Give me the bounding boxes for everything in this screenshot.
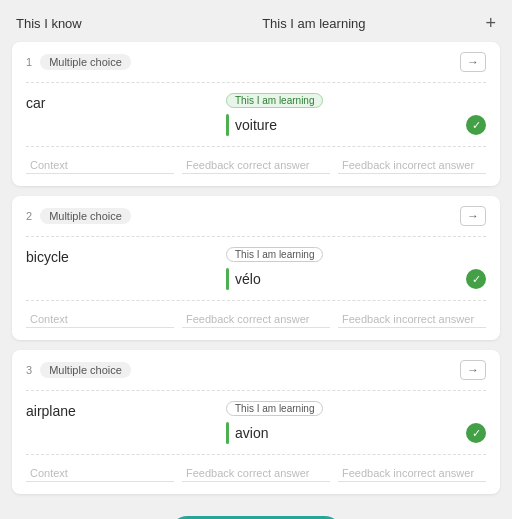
feedback-correct-input-2[interactable] [182,311,330,328]
card-number-2: 2 [26,210,32,222]
header-right: This I am learning + [262,14,496,32]
card-body-2: bicycle This I am learning vélo ✓ [26,236,486,290]
card-2: 2 Multiple choice → bicycle This I am le… [12,196,500,340]
feedback-correct-input-1[interactable] [182,157,330,174]
answer-row-2: vélo ✓ [226,268,486,290]
card-footer-1 [26,146,486,174]
card-number-1: 1 [26,56,32,68]
feedback-incorrect-input-2[interactable] [338,311,486,328]
card-type-badge-3: Multiple choice [40,362,131,378]
learning-badge-3: This I am learning [226,401,323,416]
card-header-1: 1 Multiple choice → [26,52,486,72]
card-learning-side-3: This I am learning avion ✓ [226,401,486,444]
learning-badge-1: This I am learning [226,93,323,108]
card-arrow-button-2[interactable]: → [460,206,486,226]
this-i-know-label: This I know [16,16,82,31]
card-footer-3 [26,454,486,482]
page-header: This I know This I am learning + [0,0,512,42]
answer-bar-2 [226,268,229,290]
add-column-button[interactable]: + [485,14,496,32]
check-icon-3: ✓ [466,423,486,443]
answer-row-1: voiture ✓ [226,114,486,136]
card-arrow-button-3[interactable]: → [460,360,486,380]
card-arrow-button-1[interactable]: → [460,52,486,72]
card-body-3: airplane This I am learning avion ✓ [26,390,486,444]
context-input-3[interactable] [26,465,174,482]
card-3: 3 Multiple choice → airplane This I am l… [12,350,500,494]
card-footer-2 [26,300,486,328]
card-term-2: bicycle [26,247,226,265]
add-button-row: Add new question [0,506,512,519]
answer-row-3: avion ✓ [226,422,486,444]
card-header-2: 2 Multiple choice → [26,206,486,226]
this-i-am-learning-label: This I am learning [262,16,365,31]
answer-bar-3 [226,422,229,444]
card-learning-side-1: This I am learning voiture ✓ [226,93,486,136]
learning-badge-2: This I am learning [226,247,323,262]
card-type-badge-2: Multiple choice [40,208,131,224]
answer-text-1: voiture [235,117,460,133]
feedback-incorrect-input-3[interactable] [338,465,486,482]
card-learning-side-2: This I am learning vélo ✓ [226,247,486,290]
feedback-incorrect-input-1[interactable] [338,157,486,174]
cards-container: 1 Multiple choice → car This I am learni… [0,42,512,506]
answer-text-3: avion [235,425,460,441]
feedback-correct-input-3[interactable] [182,465,330,482]
card-type-badge-1: Multiple choice [40,54,131,70]
check-icon-2: ✓ [466,269,486,289]
answer-text-2: vélo [235,271,460,287]
card-header-left-1: 1 Multiple choice [26,54,131,70]
card-term-3: airplane [26,401,226,419]
check-icon-1: ✓ [466,115,486,135]
card-body-1: car This I am learning voiture ✓ [26,82,486,136]
card-header-3: 3 Multiple choice → [26,360,486,380]
card-1: 1 Multiple choice → car This I am learni… [12,42,500,186]
context-input-2[interactable] [26,311,174,328]
card-term-1: car [26,93,226,111]
card-number-3: 3 [26,364,32,376]
context-input-1[interactable] [26,157,174,174]
answer-bar-1 [226,114,229,136]
card-header-left-2: 2 Multiple choice [26,208,131,224]
card-header-left-3: 3 Multiple choice [26,362,131,378]
